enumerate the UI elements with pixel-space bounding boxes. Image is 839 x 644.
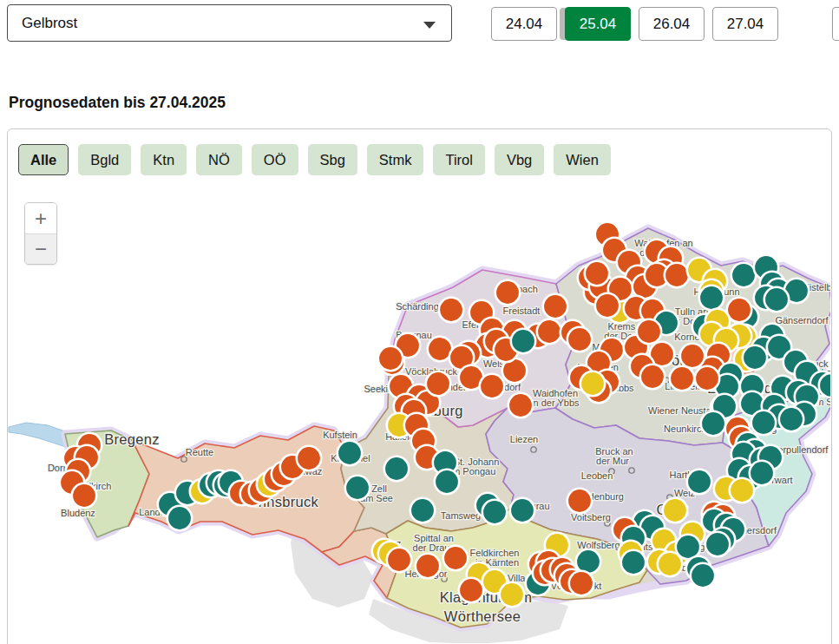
- station-dot-y[interactable]: [730, 478, 754, 503]
- date-button-group: 24.0425.0426.0427.04: [491, 7, 778, 41]
- region-button-vbg[interactable]: Vbg: [495, 144, 544, 175]
- map-town-label: Schärding: [396, 301, 439, 312]
- station-dot-t[interactable]: [743, 345, 767, 370]
- map-town-label: Gänserndorf: [775, 315, 829, 325]
- map-town-label: Wolfsberg: [577, 540, 619, 550]
- region-button-bgld[interactable]: Bgld: [78, 144, 131, 175]
- station-dot-t[interactable]: [699, 286, 724, 310]
- station-dot-o[interactable]: [567, 327, 592, 352]
- page-title: Prognosedaten bis 27.04.2025: [9, 94, 226, 112]
- region-button-tirol[interactable]: Tirol: [433, 144, 484, 175]
- map-town-label: Reutte: [186, 447, 213, 457]
- station-dot-t[interactable]: [705, 532, 730, 556]
- station-dot-o[interactable]: [378, 346, 403, 371]
- disease-filter-value: Gelbrost: [22, 15, 77, 32]
- region-button-nö[interactable]: NÖ: [196, 144, 242, 175]
- station-dot-o[interactable]: [426, 371, 450, 396]
- station-dot-o[interactable]: [72, 483, 96, 508]
- date-button-26.04[interactable]: 26.04: [639, 7, 705, 41]
- map-town-label: Freistadt: [503, 306, 541, 316]
- region-button-sbg[interactable]: Sbg: [308, 144, 357, 175]
- disease-filter-dropdown[interactable]: Gelbrost: [7, 4, 452, 42]
- station-dot-t[interactable]: [751, 411, 776, 435]
- date-button-24.04[interactable]: 24.04: [491, 7, 557, 41]
- station-dot-o[interactable]: [443, 546, 468, 570]
- map-town-label: Kufstein: [323, 430, 357, 440]
- region-button-stmk[interactable]: Stmk: [367, 144, 424, 175]
- station-dot-o[interactable]: [695, 366, 719, 391]
- station-dot-t[interactable]: [764, 287, 789, 312]
- station-dot-o[interactable]: [595, 293, 619, 318]
- station-dot-y[interactable]: [658, 552, 682, 576]
- austria-map[interactable]: DornbirnFeldkirchBludenzReutteLandeckKuf…: [8, 186, 830, 643]
- station-dot-o[interactable]: [537, 319, 561, 344]
- station-dot-o[interactable]: [416, 554, 440, 578]
- date-button-27.04[interactable]: 27.04: [712, 7, 778, 41]
- station-dot-o[interactable]: [508, 393, 533, 417]
- station-dot-o[interactable]: [569, 571, 593, 595]
- map-town-label: Leoben: [581, 470, 613, 481]
- date-button-partial[interactable]: [832, 7, 839, 41]
- station-dot-o[interactable]: [585, 261, 609, 286]
- station-dot-t[interactable]: [482, 500, 507, 524]
- station-dot-o[interactable]: [480, 374, 504, 398]
- station-dot-t[interactable]: [384, 457, 409, 481]
- map-town-label: Tamsweg: [441, 510, 481, 521]
- zoom-out-button[interactable]: −: [25, 233, 56, 264]
- station-dot-o[interactable]: [640, 365, 665, 389]
- station-dot-o[interactable]: [670, 366, 694, 391]
- station-dot-o[interactable]: [637, 319, 661, 344]
- station-dot-t[interactable]: [345, 476, 370, 500]
- station-dot-t[interactable]: [731, 263, 756, 287]
- station-dot-t[interactable]: [621, 550, 646, 575]
- map-town-label: der Mur: [596, 456, 629, 466]
- station-dot-t[interactable]: [687, 470, 711, 494]
- date-button-25.04[interactable]: 25.04: [565, 7, 631, 41]
- station-dot-o[interactable]: [459, 578, 483, 602]
- station-dot-t[interactable]: [779, 407, 803, 431]
- zoom-in-button[interactable]: +: [25, 203, 56, 233]
- station-dot-t[interactable]: [511, 329, 535, 353]
- station-dot-t[interactable]: [750, 461, 774, 485]
- station-dot-t[interactable]: [691, 563, 715, 588]
- region-filter-group: AlleBgldKtnNÖOÖSbgStmkTirolVbgWien: [18, 144, 611, 175]
- station-dot-o[interactable]: [439, 298, 463, 322]
- station-dot-t[interactable]: [701, 411, 725, 436]
- station-dot-o[interactable]: [543, 294, 567, 319]
- station-dot-o[interactable]: [665, 263, 689, 287]
- station-dot-o[interactable]: [297, 446, 321, 470]
- map-city-label: Wörthersee: [444, 608, 521, 624]
- map-town-label: Liezen: [510, 434, 538, 444]
- austria-map-svg: DornbirnFeldkirchBludenzReutteLandeckKuf…: [8, 186, 830, 643]
- station-dot-y[interactable]: [500, 582, 524, 607]
- station-dot-t[interactable]: [435, 470, 459, 494]
- station-dot-t[interactable]: [167, 506, 192, 530]
- station-dot-t[interactable]: [510, 498, 534, 522]
- map-town-label: Bludenz: [61, 508, 95, 518]
- station-dot-t[interactable]: [410, 498, 435, 522]
- map-zoom-control: + −: [24, 202, 57, 265]
- region-button-oö[interactable]: OÖ: [252, 144, 298, 175]
- region-button-wien[interactable]: Wien: [554, 144, 611, 175]
- region-button-ktn[interactable]: Ktn: [141, 144, 187, 175]
- map-town-label: an der Ybbs: [528, 398, 580, 408]
- station-dot-o[interactable]: [680, 344, 705, 368]
- station-dot-o[interactable]: [387, 548, 411, 572]
- station-dot-t[interactable]: [338, 441, 362, 465]
- station-dot-o[interactable]: [567, 489, 592, 513]
- station-dot-y[interactable]: [663, 498, 687, 522]
- chevron-down-icon: [423, 22, 436, 29]
- region-button-alle[interactable]: Alle: [18, 144, 69, 175]
- station-dot-y[interactable]: [580, 371, 605, 396]
- station-dot-o[interactable]: [495, 280, 520, 305]
- map-city-label: Bregenz: [104, 431, 160, 447]
